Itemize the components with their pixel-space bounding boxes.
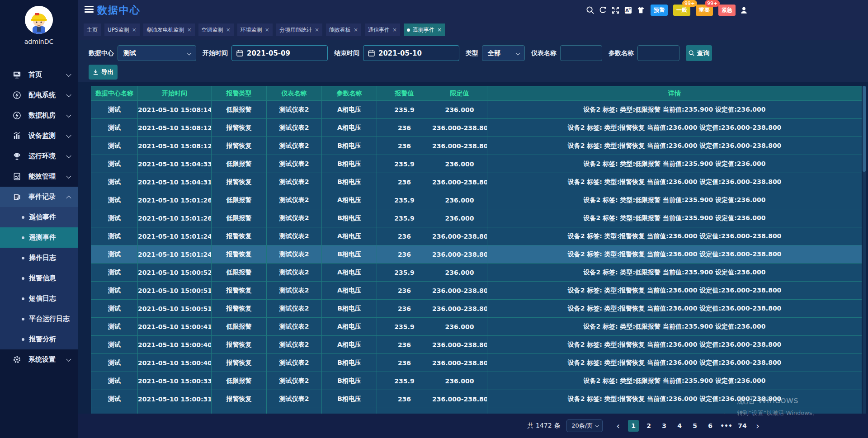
- end-date-input[interactable]: 2021-05-10: [363, 45, 459, 61]
- close-tab-icon[interactable]: ×: [392, 27, 397, 33]
- sidebar-item-能效管理[interactable]: 能效管理: [0, 166, 78, 187]
- cell-meter: 测试仪表2: [267, 318, 322, 336]
- center-select[interactable]: 测试: [118, 45, 196, 61]
- page-button-•••[interactable]: •••: [720, 420, 732, 432]
- table-row[interactable]: 测试2021-05-10 15:00:52低限报警测试仪表2A相电压235.92…: [91, 264, 862, 282]
- sidebar-subitem-遥信事件[interactable]: 遥信事件: [0, 207, 78, 227]
- sidebar-item-配电系统[interactable]: 配电系统: [0, 85, 78, 105]
- page-button-5[interactable]: 5: [689, 420, 700, 432]
- tab-分项用能统计[interactable]: 分项用能统计×: [276, 24, 322, 36]
- cell-param: B相电压: [322, 173, 377, 191]
- translate-icon[interactable]: A文: [623, 5, 632, 14]
- scrollbar[interactable]: [863, 86, 866, 414]
- page-button-6[interactable]: 6: [705, 420, 716, 432]
- search-button[interactable]: 查询: [686, 45, 712, 61]
- cell-type: 报警恢复: [212, 282, 267, 300]
- prev-page-button[interactable]: ‹: [613, 420, 623, 432]
- sidebar-item-数据机房[interactable]: 数据机房: [0, 105, 78, 126]
- sidebar-subitem-短信日志[interactable]: 短信日志: [0, 288, 78, 309]
- table-row[interactable]: 测试2021-05-10 15:00:41低限报警测试仪表2A相电压235.92…: [91, 318, 862, 336]
- table-row[interactable]: 测试2021-05-10 15:00:51报警恢复测试仪表2B相电压236236…: [91, 300, 862, 318]
- table-row[interactable]: 测试2021-05-10 15:01:24报警恢复测试仪表2B相电压236236…: [91, 245, 862, 264]
- param-name-input[interactable]: [637, 45, 679, 61]
- chevron-down-icon: [66, 356, 71, 361]
- table-row[interactable]: 测试2021-05-10 15:00:40报警恢复测试仪表2B相电压236236…: [91, 354, 862, 372]
- sidebar-item-事件记录[interactable]: 事件记录: [0, 187, 78, 207]
- sidebar-item-运行环境[interactable]: 运行环境: [0, 146, 78, 166]
- table-row[interactable]: 测试2021-05-10 15:08:14低限报警测试仪表2A相电压235.92…: [91, 101, 862, 119]
- table-row[interactable]: 测试2021-05-10 15:04:31报警恢复测试仪表2B相电压236236…: [91, 173, 862, 191]
- page-button-3[interactable]: 3: [659, 420, 670, 432]
- cell-param: B相电压: [322, 209, 377, 227]
- theme-icon[interactable]: [636, 5, 645, 14]
- tab-主页[interactable]: 主页: [84, 24, 101, 36]
- table-row[interactable]: 测试2021-05-10 15:01:26低限报警测试仪表2A相电压235.92…: [91, 191, 862, 209]
- sidebar-item-label: 设备监测: [28, 132, 56, 140]
- cell-center: 测试: [91, 372, 138, 390]
- export-button[interactable]: 导出: [89, 65, 118, 80]
- type-select[interactable]: 全部: [482, 45, 525, 61]
- table-row[interactable]: 测试2021-05-10 15:08:12报警恢复测试仪表2B相电压236236…: [91, 137, 862, 155]
- table-row[interactable]: 测试2021-05-10 15:04:33低限报警测试仪表2B相电压235.92…: [91, 155, 862, 173]
- sidebar-subitem-报警信息[interactable]: 报警信息: [0, 268, 78, 288]
- close-tab-icon[interactable]: ×: [315, 27, 319, 33]
- page-title: 数据中心: [97, 4, 141, 17]
- cell-limit: 236.000: [432, 191, 487, 209]
- column-header-仪表名称: 仪表名称: [267, 86, 322, 101]
- tab-空调监测[interactable]: 空调监测×: [198, 24, 234, 36]
- close-tab-icon[interactable]: ×: [226, 27, 231, 33]
- cell-value: 236: [377, 173, 432, 191]
- cell-detail: 设备2 标签: 类型:报警恢复 当前值:236.000 设定值:236.000-…: [487, 227, 862, 245]
- fullscreen-icon[interactable]: [611, 5, 620, 14]
- page-button-4[interactable]: 4: [674, 420, 685, 432]
- table-row[interactable]: 测试2021-05-10 15:00:31报警恢复测试仪表2B相电压236236…: [91, 390, 862, 408]
- cell-detail: 设备2 标签: 类型:报警恢复 当前值:236.000 设定值:236.000-…: [487, 354, 862, 372]
- refresh-icon[interactable]: [598, 5, 607, 14]
- sidebar-item-系统设置[interactable]: 系统设置: [0, 349, 78, 370]
- sidebar-subitem-遥测事件[interactable]: 遥测事件: [0, 227, 78, 248]
- close-tab-icon[interactable]: ×: [265, 27, 269, 33]
- close-tab-icon[interactable]: ×: [354, 27, 358, 33]
- cell-time: 2021-05-10 15:04:31: [138, 173, 212, 191]
- close-tab-icon[interactable]: ×: [132, 27, 137, 33]
- cell-value: 236: [377, 119, 432, 137]
- table-row[interactable]: 测试2021-05-10 15:01:24报警恢复测试仪表2A相电压236236…: [91, 227, 862, 245]
- cell-center: 测试: [91, 155, 138, 173]
- tab-UPS监测[interactable]: UPS监测×: [104, 24, 140, 36]
- close-tab-icon[interactable]: ×: [187, 27, 192, 33]
- cell-value: 236: [377, 336, 432, 354]
- sidebar-item-设备监测[interactable]: 设备监测: [0, 126, 78, 146]
- alert-group-一般: 一般99+: [673, 5, 690, 16]
- page-button-2[interactable]: 2: [643, 420, 654, 432]
- page-size-select[interactable]: 20条/页: [566, 419, 603, 432]
- sidebar-subitem-报警分析[interactable]: 报警分析: [0, 329, 78, 349]
- close-tab-icon[interactable]: ×: [437, 27, 442, 33]
- sidebar-subitem-操作日志[interactable]: 操作日志: [0, 248, 78, 268]
- table-row[interactable]: 测试2021-05-10 15:00:51报警恢复测试仪表2A相电压236236…: [91, 282, 862, 300]
- table-row[interactable]: 测试2021-05-10 15:01:26低限报警测试仪表2B相电压235.92…: [91, 209, 862, 227]
- start-date-input[interactable]: 2021-05-09: [231, 45, 328, 61]
- tab-柴油发电机监测[interactable]: 柴油发电机监测×: [143, 24, 195, 36]
- page-button-1[interactable]: 1: [628, 420, 639, 432]
- tab-通信事件[interactable]: 通信事件×: [365, 24, 400, 36]
- alert-button-紧急[interactable]: 紧急: [718, 5, 736, 16]
- table-row[interactable]: 测试2021-05-10 15:00:33低限报警测试仪表2B相电压235.92…: [91, 372, 862, 390]
- scrollbar-thumb[interactable]: [863, 86, 866, 172]
- alert-badge: 99+: [705, 0, 720, 7]
- meter-name-input[interactable]: [560, 45, 602, 61]
- sidebar-subitem-平台运行日志[interactable]: 平台运行日志: [0, 309, 78, 329]
- avatar[interactable]: [25, 6, 53, 34]
- search-icon[interactable]: [585, 5, 594, 14]
- page-button-74[interactable]: 74: [737, 420, 748, 432]
- tab-环境监测[interactable]: 环境监测×: [237, 24, 273, 36]
- menu-collapse-icon[interactable]: [85, 6, 94, 14]
- tab-能效看板[interactable]: 能效看板×: [326, 24, 361, 36]
- next-page-button[interactable]: ›: [752, 420, 763, 432]
- tab-遥测事件[interactable]: 遥测事件×: [404, 24, 445, 36]
- table-row[interactable]: 测试2021-05-10 15:08:12报警恢复测试仪表2A相电压236236…: [91, 119, 862, 137]
- alert-button-预警[interactable]: 预警: [651, 5, 668, 16]
- table-row[interactable]: 测试2021-05-10 15:00:40报警恢复测试仪表2A相电压236236…: [91, 336, 862, 354]
- user-icon[interactable]: [739, 5, 748, 14]
- sidebar-item-首页[interactable]: 首页: [0, 65, 78, 85]
- table-row[interactable]: 测试2021-05-10 15:00:29低限报警测试仪表2A相电压235.92…: [91, 408, 862, 414]
